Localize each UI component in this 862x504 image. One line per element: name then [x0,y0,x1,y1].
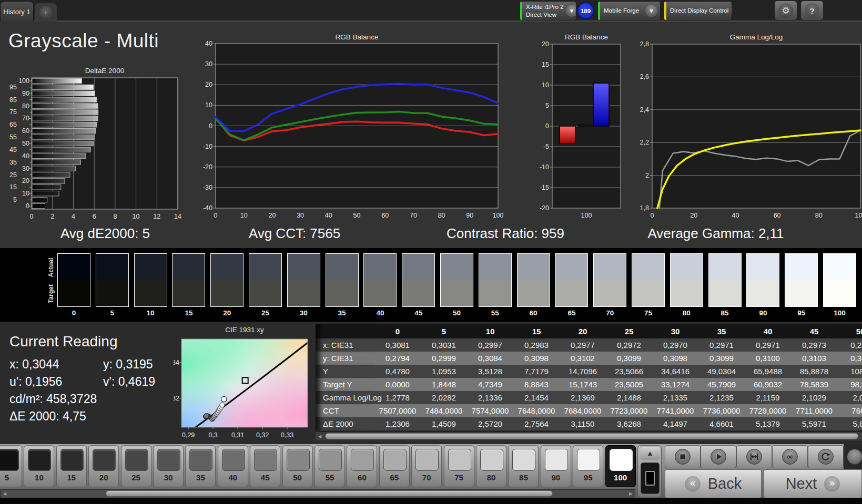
tab-history-1[interactable]: History 1 [0,1,34,22]
reading-delta-e-value: ΔE 2000: 4,75 [9,409,86,424]
swatch-level-45 [402,253,435,307]
gamma-line-chart: 2,82,62,42,221,8020406080100Gamma Log/Lo… [620,33,862,223]
back-button[interactable]: « Back [665,469,762,498]
level-toolbar: 5101520253035404550556065707580859095100… [0,444,862,498]
level-button-5[interactable]: 5 [0,445,22,487]
extra-control-icon[interactable] [847,449,862,465]
table-cell: 7683 [837,404,862,417]
swatch-label: 40 [363,309,397,317]
table-cell: 2,1235 [698,391,745,404]
level-button-50[interactable]: 50 [282,445,313,487]
target-swatch [594,280,626,306]
display-control-name: Direct Display Control [670,7,728,15]
svg-text:55: 55 [9,133,17,141]
table-cell: 2,0282 [421,391,467,404]
table-cell: 2,1335 [652,391,698,404]
level-label: 100 [606,473,635,482]
table-cell: 7507,0000 [374,404,421,417]
help-button[interactable]: ? [800,1,824,20]
table-cell: 3,6268 [606,417,652,430]
svg-text:0: 0 [30,213,34,220]
scroll-right-icon[interactable]: ▶ [627,491,634,497]
svg-text:15: 15 [542,61,549,68]
table-cell: 1,8448 [421,378,467,391]
level-button-100[interactable]: 100 [605,445,636,487]
target-swatch [441,280,473,306]
add-tab-button[interactable]: + [35,3,57,22]
collapse-up-button[interactable]: ▲ [640,447,660,460]
swatch-level-75 [632,253,665,307]
toolbar-scrollbar-thumb[interactable] [106,490,553,497]
scroll-left-icon[interactable]: ◀ [2,491,8,497]
display-control-selector[interactable]: Direct Display Control ▼ [664,1,732,20]
level-label: 60 [347,473,377,482]
actual-swatch [671,254,703,280]
actual-swatch [173,254,205,280]
toolbar-scrollbar[interactable]: ◀ ▶ [0,489,635,498]
table-cell: 0,2977 [560,338,606,352]
table-scrollbar[interactable]: ◀ [316,431,862,440]
level-button-75[interactable]: 75 [444,445,474,487]
settings-button[interactable]: ⚙ [774,1,797,20]
level-button-45[interactable]: 45 [250,445,280,487]
level-button-65[interactable]: 65 [379,445,410,487]
loop-button[interactable]: ∞ [772,445,808,468]
table-scrollbar-thumb[interactable] [325,433,858,439]
scroll-left-icon[interactable]: ◀ [317,434,323,439]
swatch-level-5 [96,253,129,307]
target-swatch [747,280,779,306]
level-button-20[interactable]: 20 [88,445,119,487]
meter-selector[interactable]: X-Rite i1Pro 2 Direct View ▼ [520,1,576,20]
level-chip [28,449,51,471]
level-button-90[interactable]: 90 [541,445,571,487]
level-chip [545,449,568,471]
svg-text:0,32: 0,32 [256,431,269,439]
level-button-35[interactable]: 35 [185,445,216,487]
svg-text:8: 8 [113,213,117,220]
stop-button[interactable] [665,445,701,468]
level-button-80[interactable]: 80 [476,445,506,487]
actual-swatch [402,254,434,280]
table-cell: 1,2306 [374,417,421,430]
swatch-level-30 [287,253,320,307]
level-label: 70 [412,473,441,482]
level-button-30[interactable]: 30 [153,445,184,487]
svg-text:RGB Balance: RGB Balance [336,33,379,41]
source-selector[interactable]: Mobile Forge ▼ [597,1,661,20]
actual-swatch [135,254,167,280]
svg-text:1,8: 1,8 [640,204,649,212]
table-cell: 0,2971 [698,338,745,352]
target-swatch [211,280,243,306]
table-cell: 5,1379 [745,417,791,430]
level-button-10[interactable]: 10 [24,445,54,487]
step-icon [746,449,762,465]
column-header-15: 15 [513,324,560,338]
level-button-40[interactable]: 40 [218,445,248,487]
level-button-55[interactable]: 55 [315,445,345,487]
level-button-95[interactable]: 95 [573,445,603,487]
table-cell: 7574,0000 [467,404,513,417]
level-label: 80 [476,473,506,482]
svg-text:-20: -20 [540,204,549,212]
level-button-85[interactable]: 85 [508,445,539,487]
level-button-60[interactable]: 60 [347,445,377,487]
refresh-button[interactable] [808,445,844,468]
level-button-70[interactable]: 70 [411,445,442,487]
swatch-label: 90 [746,309,779,317]
level-button-25[interactable]: 25 [121,445,151,487]
svg-text:0: 0 [651,212,654,219]
table-cell: 2,1159 [745,391,791,404]
row-label: Y [316,365,374,378]
level-chip [383,449,407,471]
table-cell: 3,1150 [560,417,606,430]
table-cell: 4,6601 [698,417,745,430]
step-button[interactable] [736,445,772,468]
actual-swatch [632,254,664,280]
level-button-15[interactable]: 15 [56,445,87,487]
play-button[interactable] [701,445,736,468]
next-button[interactable]: Next » [764,469,862,498]
svg-text:30: 30 [297,212,304,219]
next-label: Next [786,475,817,492]
target-swatch [96,280,128,306]
level-chip [93,449,116,471]
